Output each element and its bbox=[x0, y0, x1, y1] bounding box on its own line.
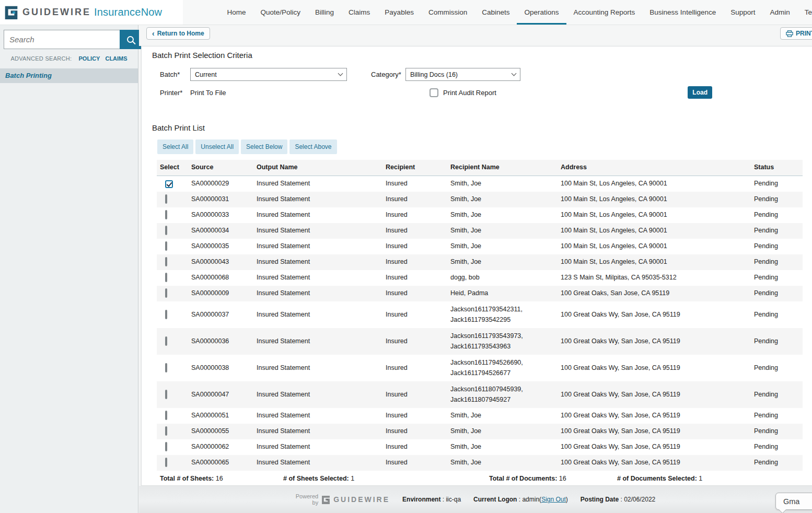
nav-item-accounting-reports[interactable]: Accounting Reports bbox=[566, 0, 643, 25]
environment-info: Environment : iic-qa bbox=[402, 496, 461, 503]
recipient-cell: Insured bbox=[382, 308, 447, 321]
recipient-name-line: Smith, Joe bbox=[450, 194, 554, 204]
guidewire-footer-logo-icon bbox=[321, 495, 330, 504]
select-all-button[interactable]: Select All bbox=[157, 139, 193, 154]
nav-item-cabinets[interactable]: Cabinets bbox=[474, 0, 517, 25]
row-checkbox[interactable] bbox=[165, 411, 167, 420]
address-cell: 100 Main St, Los Angeles, CA 90001 bbox=[558, 208, 751, 221]
row-checkbox[interactable] bbox=[165, 241, 167, 251]
recipient-name-line: Jackson1611793542311, bbox=[450, 305, 554, 314]
recipient-name-cell: Smith, Joe bbox=[447, 409, 558, 422]
source-cell: SA00000035 bbox=[188, 240, 253, 253]
print-button[interactable]: PRINT bbox=[780, 27, 812, 40]
row-checkbox[interactable] bbox=[165, 273, 167, 282]
powered-by: Poweredby GUIDEWIRE bbox=[296, 493, 390, 506]
search-input[interactable] bbox=[4, 30, 120, 49]
output-name-cell: Insured Statement bbox=[253, 335, 382, 348]
select-cell bbox=[157, 409, 188, 422]
printer-icon bbox=[786, 30, 793, 37]
table-row: SA00000036Insured StatementInsuredJackso… bbox=[157, 328, 803, 355]
recipient-cell: Insured bbox=[382, 240, 447, 253]
row-checkbox[interactable] bbox=[165, 458, 167, 467]
recipient-name-line: Smith, Joe bbox=[450, 442, 554, 452]
output-name-cell: Insured Statement bbox=[253, 308, 382, 321]
unselect-all-button[interactable]: Unselect All bbox=[195, 139, 239, 154]
sidebar-item-batch-printing[interactable]: Batch Printing bbox=[0, 68, 138, 83]
nav-item-admin[interactable]: Admin bbox=[762, 0, 797, 25]
print-audit-report-checkbox[interactable] bbox=[430, 88, 438, 97]
row-checkbox[interactable] bbox=[165, 390, 167, 399]
table-row: SA00000065Insured StatementInsuredSmith,… bbox=[157, 455, 803, 471]
status-cell: Pending bbox=[751, 224, 803, 237]
column-header-status: Status bbox=[751, 161, 803, 174]
select-below-button[interactable]: Select Below bbox=[241, 139, 287, 154]
address-cell: 100 Great Oaks Wy, San Jose, CA 95119 bbox=[558, 388, 751, 401]
current-logon-info: Current Logon : admin(Sign Out) bbox=[473, 496, 568, 503]
source-cell: SA00000068 bbox=[188, 271, 253, 284]
address-cell: 100 Great Oaks Wy, San Jose, CA 95119 bbox=[558, 362, 751, 375]
gmail-tooltip: Gma bbox=[775, 493, 812, 510]
recipient-cell: Insured bbox=[382, 456, 447, 469]
source-cell: SA00000051 bbox=[188, 409, 253, 422]
row-checkbox[interactable] bbox=[165, 226, 167, 235]
nav-item-operations[interactable]: Operations bbox=[517, 0, 566, 25]
recipient-name-line: Smith, Joe bbox=[450, 241, 554, 251]
top-bar: GUIDEWIRE InsuranceNow HomeQuote/PolicyB… bbox=[0, 0, 812, 25]
nav-item-support[interactable]: Support bbox=[723, 0, 762, 25]
batch-label: Batch* bbox=[152, 71, 190, 78]
recipient-name-line: Smith, Joe bbox=[450, 226, 554, 236]
nav-item-quote-policy[interactable]: Quote/Policy bbox=[253, 0, 308, 25]
output-name-cell: Insured Statement bbox=[253, 388, 382, 401]
nav-item-billing[interactable]: Billing bbox=[308, 0, 341, 25]
recipient-name-cell: Smith, Joe bbox=[447, 208, 558, 221]
app-logo: GUIDEWIRE InsuranceNow bbox=[0, 0, 183, 25]
status-cell: Pending bbox=[751, 308, 803, 321]
output-name-cell: Insured Statement bbox=[253, 425, 382, 438]
recipient-name-cell: Smith, Joe bbox=[447, 193, 558, 206]
row-checkbox[interactable] bbox=[165, 194, 167, 204]
advanced-search-label: ADVANCED SEARCH: bbox=[10, 55, 72, 62]
recipient-cell: Insured bbox=[382, 425, 447, 438]
recipient-name-cell: Smith, Joe bbox=[447, 240, 558, 253]
row-checkbox[interactable] bbox=[165, 257, 167, 266]
nav-item-business-intelligence[interactable]: Business Intelligence bbox=[642, 0, 723, 25]
print-audit-report-option[interactable]: Print Audit Report bbox=[430, 88, 496, 97]
address-cell: 100 Great Oaks Wy, San Jose, CA 95119 bbox=[558, 425, 751, 438]
advanced-search-link-claims[interactable]: CLAIMS bbox=[105, 55, 127, 62]
category-select[interactable]: Billing Docs (16) bbox=[405, 68, 520, 81]
recipient-cell: Insured bbox=[382, 193, 447, 206]
output-name-cell: Insured Statement bbox=[253, 177, 382, 190]
row-checkbox[interactable] bbox=[165, 363, 167, 372]
sign-out-link[interactable]: Sign Out bbox=[541, 496, 566, 503]
output-name-cell: Insured Statement bbox=[253, 440, 382, 453]
row-checkbox[interactable] bbox=[165, 288, 167, 298]
recipient-name-line: Smith, Joe bbox=[450, 257, 554, 267]
recipient-cell: Insured bbox=[382, 208, 447, 221]
printer-value: Print To File bbox=[190, 89, 347, 97]
nav-item-home[interactable]: Home bbox=[220, 0, 253, 25]
return-to-home-button[interactable]: ‹ Return to Home bbox=[146, 27, 210, 40]
row-checkbox[interactable] bbox=[165, 180, 173, 188]
address-cell: 100 Great Oaks, San Jose, CA 95119 bbox=[558, 287, 751, 300]
batch-select[interactable]: Current bbox=[190, 68, 347, 81]
select-cell bbox=[157, 255, 188, 269]
recipient-name-line: Jackson1611793543973, bbox=[450, 331, 554, 341]
select-above-button[interactable]: Select Above bbox=[289, 139, 337, 154]
nav-item-claims[interactable]: Claims bbox=[341, 0, 377, 25]
status-cell: Pending bbox=[751, 193, 803, 206]
row-checkbox[interactable] bbox=[165, 442, 167, 451]
row-checkbox[interactable] bbox=[165, 210, 167, 219]
row-checkbox[interactable] bbox=[165, 426, 167, 436]
status-cell: Pending bbox=[751, 362, 803, 375]
search-button[interactable] bbox=[120, 30, 141, 49]
load-button[interactable]: Load bbox=[688, 86, 712, 99]
nav-item-payables[interactable]: Payables bbox=[377, 0, 421, 25]
recipient-name-line: Smith, Joe bbox=[450, 426, 554, 436]
nav-item-commission[interactable]: Commission bbox=[421, 0, 474, 25]
source-cell: SA00000037 bbox=[188, 308, 253, 321]
select-cell bbox=[157, 335, 188, 348]
advanced-search-link-policy[interactable]: POLICY bbox=[79, 55, 100, 62]
nav-item-te[interactable]: Te bbox=[797, 0, 812, 25]
row-checkbox[interactable] bbox=[165, 310, 167, 319]
row-checkbox[interactable] bbox=[165, 336, 167, 346]
